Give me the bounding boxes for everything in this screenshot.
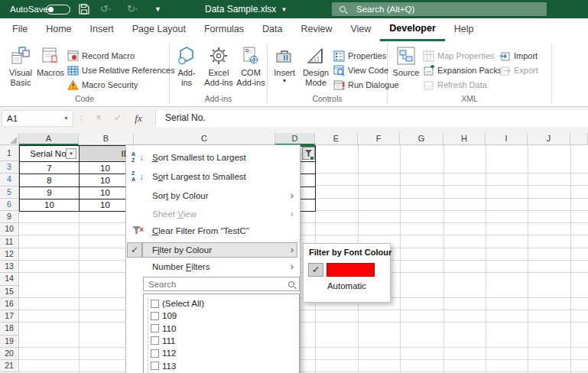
automatic-option[interactable]: Automatic: [304, 281, 390, 290]
menu-sheet-view[interactable]: Sheet View ›: [126, 206, 299, 222]
properties-button[interactable]: Properties: [333, 49, 386, 63]
save-icon[interactable]: [79, 0, 89, 18]
row-header-9[interactable]: 9: [0, 211, 19, 223]
checkbox-icon[interactable]: [151, 336, 159, 345]
macros-button[interactable]: Macros: [37, 46, 64, 78]
row-header-17[interactable]: 17: [0, 310, 19, 323]
map-properties-button[interactable]: Map Properties: [423, 49, 495, 63]
import-button[interactable]: Import: [499, 49, 538, 63]
cell-a4[interactable]: 8: [19, 174, 80, 186]
filter-search-input[interactable]: Search: [143, 277, 300, 291]
tab-data[interactable]: Data: [253, 18, 291, 41]
row-header-19[interactable]: 19: [0, 336, 19, 348]
formula-bar[interactable]: Serial No.: [155, 110, 588, 127]
tab-view[interactable]: View: [341, 18, 380, 41]
menu-sort-by-colour[interactable]: Sort by Colour ›: [126, 188, 299, 203]
cell-a3[interactable]: 7: [19, 161, 80, 174]
design-mode-button[interactable]: DesignMode: [300, 46, 332, 88]
row-header-6[interactable]: 6: [0, 199, 19, 211]
checkbox-icon[interactable]: [151, 300, 159, 308]
filter-values-list[interactable]: (Select All) 109 110 111 112 113: [143, 294, 300, 373]
customize-toolbar-icon[interactable]: ▼: [154, 0, 161, 18]
col-header-b[interactable]: B: [79, 133, 134, 145]
tab-formulas[interactable]: Formulas: [195, 18, 253, 41]
source-button[interactable]: Source: [391, 46, 421, 78]
row-header-13[interactable]: 13: [0, 261, 19, 273]
row-header-16[interactable]: 16: [0, 298, 19, 310]
record-macro-button[interactable]: Record Macro: [67, 49, 135, 63]
col-header-g[interactable]: G: [400, 133, 443, 145]
autosave-toggle[interactable]: [46, 5, 70, 15]
row-header-3[interactable]: 3: [0, 161, 19, 174]
row-header-14[interactable]: 14: [0, 273, 19, 285]
col-header-partial[interactable]: [570, 133, 588, 145]
tab-page-layout[interactable]: Page Layout: [123, 18, 195, 41]
search-box[interactable]: Search (Alt+Q): [332, 2, 547, 16]
cell-a1-serial-header[interactable]: Serial No. ▼: [19, 145, 80, 162]
row-header-20[interactable]: 20: [0, 348, 19, 360]
tab-file[interactable]: File: [3, 18, 37, 41]
col-header-c[interactable]: C: [134, 133, 275, 145]
insert-control-button[interactable]: Insert ▼: [271, 46, 298, 83]
checkbox-icon[interactable]: [151, 312, 159, 320]
row-header-10[interactable]: 10: [0, 223, 19, 235]
col-header-j[interactable]: J: [528, 133, 570, 145]
row-header-21[interactable]: 21: [0, 360, 19, 372]
use-relative-references-button[interactable]: Use Relative References: [67, 63, 175, 77]
row-header-4[interactable]: 4: [0, 174, 19, 186]
checkbox-icon[interactable]: [151, 362, 159, 370]
tab-home[interactable]: Home: [37, 18, 80, 41]
macro-security-button[interactable]: Macro Security: [67, 78, 138, 92]
enter-icon[interactable]: ✓: [109, 110, 126, 127]
com-addins-button[interactable]: COMAdd-ins: [234, 46, 268, 88]
menu-number-filters[interactable]: Number Filters ›: [126, 259, 299, 274]
cell-a5[interactable]: 9: [19, 186, 80, 199]
list-item-113[interactable]: 113: [144, 360, 176, 372]
selection-fill-handle[interactable]: [310, 156, 314, 161]
menu-sort-largest-to-smallest[interactable]: ZA↓ Sort Largest to Smallest: [126, 169, 299, 184]
excel-addins-button[interactable]: ExcelAdd-ins: [202, 46, 236, 88]
row-header-11[interactable]: 11: [0, 236, 19, 248]
list-item-111[interactable]: 111: [144, 335, 175, 347]
list-item-110[interactable]: 110: [144, 323, 176, 335]
list-item-select-all[interactable]: (Select All): [144, 297, 204, 310]
tab-help[interactable]: Help: [445, 18, 483, 41]
row-header-1[interactable]: 1: [0, 145, 19, 161]
col-header-a[interactable]: A: [19, 133, 79, 145]
col-header-d[interactable]: D: [275, 133, 315, 145]
row-header-12[interactable]: 12: [0, 248, 19, 261]
col-header-i[interactable]: I: [486, 133, 528, 145]
view-code-button[interactable]: View Code: [333, 63, 388, 77]
col-header-f[interactable]: F: [358, 133, 400, 145]
undo-icon[interactable]: ↺▾: [100, 0, 111, 18]
export-button[interactable]: Export: [499, 63, 538, 77]
row-header-15[interactable]: 15: [0, 286, 19, 298]
expansion-packs-button[interactable]: <> Expansion Packs: [423, 63, 502, 77]
menu-filter-by-colour[interactable]: ✓ Filter by Colour ›: [126, 242, 299, 258]
row-header-18[interactable]: 18: [0, 323, 19, 335]
col-header-h[interactable]: H: [443, 133, 486, 145]
serial-filter-dropdown-icon[interactable]: ▼: [66, 148, 76, 159]
insert-function-icon[interactable]: fx: [130, 110, 147, 127]
cell-a6[interactable]: 10: [19, 199, 80, 212]
tab-review[interactable]: Review: [291, 18, 341, 41]
name-box[interactable]: A1▼: [2, 110, 73, 127]
name-box-caret-icon[interactable]: ▼: [63, 111, 69, 126]
row-header-5[interactable]: 5: [0, 186, 19, 199]
checkbox-icon[interactable]: [151, 324, 159, 332]
tab-developer[interactable]: Developer: [380, 18, 444, 41]
refresh-data-button[interactable]: <> Refresh Data: [423, 78, 487, 92]
menu-clear-filter[interactable]: × Clear Filter From “TestC”: [126, 223, 299, 238]
list-item-109[interactable]: 109: [144, 310, 177, 322]
cancel-icon[interactable]: ×: [90, 110, 107, 127]
red-colour-swatch[interactable]: [326, 263, 375, 277]
tab-insert[interactable]: Insert: [81, 18, 123, 41]
document-title[interactable]: Data Sample.xlsx▼: [205, 0, 287, 18]
list-item-112[interactable]: 112: [144, 347, 176, 359]
checkbox-icon[interactable]: [151, 349, 159, 358]
menu-sort-smallest-to-largest[interactable]: AZ↓ Sort Smallest to Largest: [126, 150, 299, 165]
redo-icon[interactable]: ↻▾: [127, 0, 138, 18]
select-all-corner[interactable]: [0, 133, 19, 145]
addins-button[interactable]: Add-ins: [172, 46, 201, 88]
visual-basic-button[interactable]: VisualBasic: [5, 46, 37, 88]
